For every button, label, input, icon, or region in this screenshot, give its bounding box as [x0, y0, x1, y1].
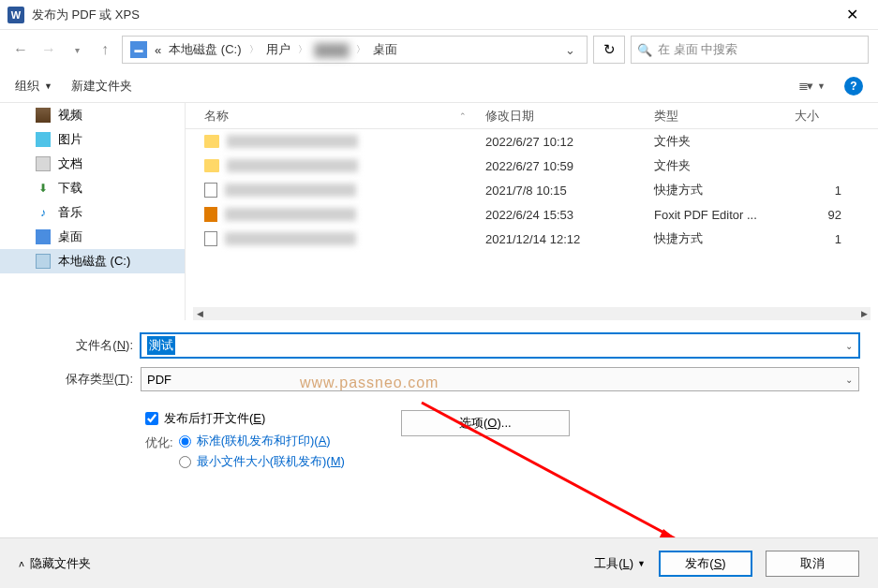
breadcrumb-item[interactable]: 桌面 [369, 39, 401, 60]
chevron-right-icon: 〉 [298, 43, 307, 56]
scroll-track[interactable] [206, 307, 857, 320]
file-type: 快捷方式 [654, 182, 795, 198]
cancel-button[interactable]: 取消 [766, 551, 859, 577]
horizontal-scrollbar[interactable]: ◀ ▶ [193, 307, 871, 320]
scroll-left-icon[interactable]: ◀ [193, 307, 206, 320]
file-date: 2021/7/8 10:15 [485, 184, 654, 198]
radio-minsize[interactable]: 最小文件大小(联机发布)(M) [179, 453, 345, 470]
radio-input[interactable] [179, 435, 191, 448]
open-after-checkbox[interactable]: 发布后打开文件(E) [145, 410, 345, 427]
navbar: ← → ▾ ↑ ▬ « 本地磁盘 (C:) 〉 用户 〉 ████ 〉 桌面 ⌄… [0, 30, 878, 69]
file-type: 快捷方式 [654, 230, 795, 247]
file-date: 2021/12/14 12:12 [485, 232, 654, 246]
refresh-button[interactable]: ↻ [593, 36, 625, 64]
file-row[interactable]: 2022/6/27 10:59 文件夹 [186, 154, 878, 178]
new-folder-button[interactable]: 新建文件夹 [71, 78, 132, 95]
sidebar-item-videos[interactable]: 视频 [0, 103, 185, 127]
search-placeholder: 在 桌面 中搜索 [658, 41, 737, 58]
file-type: 文件夹 [654, 133, 795, 150]
column-size[interactable]: 大小 [795, 108, 851, 125]
sidebar-item-downloads[interactable]: ⬇下载 [0, 176, 185, 200]
file-icon [204, 183, 217, 198]
filename-value: 测试 [147, 336, 175, 355]
chevron-right-icon: 〉 [356, 43, 365, 56]
savetype-value: PDF [147, 373, 171, 387]
folder-icon [204, 135, 219, 148]
chevron-down-icon[interactable]: ⌄ [845, 341, 853, 351]
tools-dropdown[interactable]: 工具(L) ▼ [594, 555, 646, 572]
file-name-redacted [225, 232, 356, 245]
back-button[interactable]: ← [9, 38, 32, 61]
file-name-redacted [225, 184, 356, 197]
savetype-select[interactable]: PDF ⌄ [141, 367, 859, 391]
publish-button[interactable]: 发布(S) [659, 551, 752, 577]
sidebar-item-desktop[interactable]: 桌面 [0, 225, 185, 249]
organize-button[interactable]: 组织▼ [15, 78, 52, 95]
recent-dropdown[interactable]: ▾ [66, 38, 88, 61]
image-icon [36, 132, 51, 147]
file-name-redacted [225, 208, 356, 221]
close-button[interactable]: ✕ [833, 6, 871, 23]
word-icon: W [7, 7, 24, 23]
video-icon [36, 108, 51, 123]
chevron-down-icon[interactable]: ⌄ [845, 375, 853, 385]
sidebar-item-documents[interactable]: 文档 [0, 152, 185, 176]
file-date: 2022/6/27 10:59 [485, 159, 654, 173]
file-row[interactable]: 2022/6/24 15:53 Foxit PDF Editor ... 92 [186, 202, 878, 227]
breadcrumb-dropdown[interactable]: ⌄ [558, 43, 583, 57]
column-name[interactable]: 名称⌃ [186, 108, 485, 125]
file-date: 2022/6/24 15:53 [485, 208, 654, 222]
search-input[interactable]: 🔍 在 桌面 中搜索 [631, 36, 869, 64]
breadcrumb-pre[interactable]: « [151, 41, 165, 59]
up-button[interactable]: ↑ [94, 38, 116, 61]
filename-label: 文件名(N): [19, 337, 141, 354]
help-button[interactable]: ? [844, 77, 863, 96]
document-icon [36, 156, 51, 171]
checkbox-input[interactable] [145, 412, 158, 425]
desktop-icon [36, 229, 51, 244]
file-name-redacted [227, 135, 358, 148]
forward-button[interactable]: → [37, 38, 60, 61]
sidebar-item-pictures[interactable]: 图片 [0, 127, 185, 152]
file-size: 1 [795, 184, 851, 198]
download-icon: ⬇ [36, 181, 51, 196]
view-button[interactable]: ≣▾▼ [798, 79, 826, 93]
disk-icon [36, 254, 51, 269]
music-icon: ♪ [36, 205, 51, 220]
file-size: 1 [795, 232, 851, 246]
file-type: Foxit PDF Editor ... [654, 208, 795, 222]
radio-input[interactable] [179, 456, 191, 468]
hide-folders-button[interactable]: ʌ 隐藏文件夹 [19, 555, 91, 572]
file-icon [204, 231, 217, 246]
column-date[interactable]: 修改日期 [485, 108, 654, 125]
breadcrumb-item[interactable]: 用户 [262, 39, 294, 60]
toolbar: 组织▼ 新建文件夹 ≣▾▼ ? [0, 69, 878, 103]
dialog-title: 发布为 PDF 或 XPS [32, 7, 833, 23]
file-row[interactable]: 2021/7/8 10:15 快捷方式 1 [186, 178, 878, 202]
file-date: 2022/6/27 10:12 [485, 135, 654, 149]
bottombar: ʌ 隐藏文件夹 工具(L) ▼ 发布(S) 取消 [0, 537, 878, 588]
column-type[interactable]: 类型 [654, 108, 795, 125]
chevron-right-icon: 〉 [249, 43, 259, 56]
titlebar: W 发布为 PDF 或 XPS ✕ [0, 0, 878, 30]
sidebar-item-local-disk[interactable]: 本地磁盘 (C:) [0, 249, 185, 273]
file-row[interactable]: 2021/12/14 12:12 快捷方式 1 [186, 227, 878, 251]
file-list-header: 名称⌃ 修改日期 类型 大小 [186, 103, 878, 129]
drive-icon: ▬ [130, 41, 147, 58]
filename-input[interactable]: 测试 ⌄ [141, 333, 859, 358]
radio-standard[interactable]: 标准(联机发布和打印)(A) [179, 433, 345, 449]
breadcrumb[interactable]: ▬ « 本地磁盘 (C:) 〉 用户 〉 ████ 〉 桌面 ⌄ [122, 36, 588, 64]
options-area: 发布后打开文件(E) 优化: 标准(联机发布和打印)(A) 最小文件大小(联机发… [0, 410, 878, 470]
file-row[interactable]: 2022/6/27 10:12 文件夹 [186, 129, 878, 154]
file-name-redacted [227, 159, 358, 172]
foxit-icon [204, 207, 217, 222]
scroll-right-icon[interactable]: ▶ [857, 307, 871, 320]
sidebar: 视频 图片 文档 ⬇下载 ♪音乐 桌面 本地磁盘 (C:) [0, 103, 186, 320]
savetype-label: 保存类型(T): [19, 371, 141, 388]
search-icon: 🔍 [637, 43, 652, 57]
breadcrumb-item-redacted[interactable]: ████ [311, 41, 353, 59]
file-type: 文件夹 [654, 157, 795, 174]
sidebar-item-music[interactable]: ♪音乐 [0, 200, 185, 225]
breadcrumb-item[interactable]: 本地磁盘 (C:) [165, 39, 245, 60]
options-button[interactable]: 选项(O)... [401, 410, 570, 436]
